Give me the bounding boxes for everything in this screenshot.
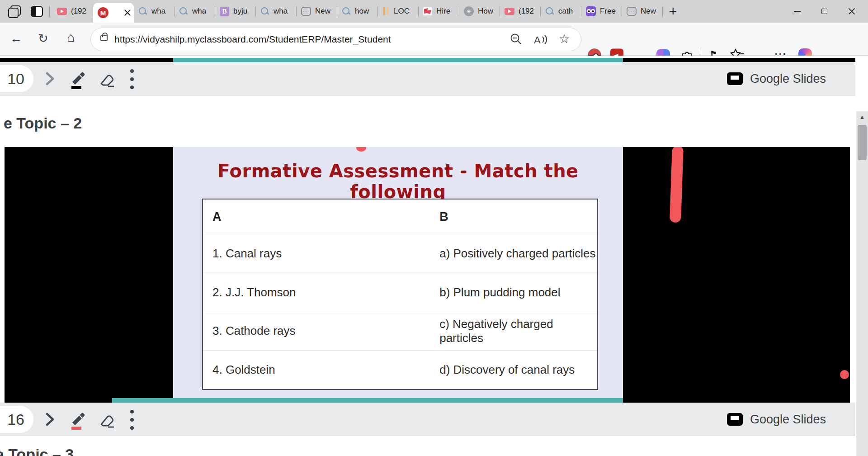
close-window-icon[interactable]: [848, 8, 855, 15]
scrollbar-thumb[interactable]: [858, 125, 867, 160]
new-tab-page-icon: [627, 7, 637, 16]
tab-label: Free: [600, 7, 619, 16]
owl-icon: [586, 6, 596, 16]
close-tab-icon[interactable]: [124, 9, 131, 16]
chatgpt-icon: [464, 6, 474, 16]
tab-label: (192: [71, 7, 90, 16]
vertical-scrollbar[interactable]: ▲ ▼: [856, 111, 868, 456]
more-options-icon[interactable]: [130, 410, 134, 430]
next-slide-icon[interactable]: [43, 411, 56, 428]
section-heading-bottom: a Topic – 3: [0, 446, 74, 456]
tab-strip: (192 wha wha byju wha New how LOC Hire H…: [52, 0, 663, 23]
slide-number: 16: [7, 411, 24, 428]
tab-actions-icon[interactable]: [31, 6, 43, 17]
youtube-icon: [505, 8, 514, 15]
byjus-icon: [220, 7, 229, 16]
cell-a1: 1. Canal rays: [203, 234, 439, 273]
address-bar: ← ↻ ⌂ https://vidyashilp.myclassboard.co…: [0, 23, 868, 56]
slide-bottom-teal-strip: [112, 398, 623, 403]
pen-tool-icon[interactable]: [67, 69, 88, 90]
tab-label: (192: [519, 7, 538, 16]
tab-freecodecamp[interactable]: Free: [581, 0, 622, 23]
svg-text:A: A: [534, 34, 541, 46]
google-slides-logo-icon: [727, 413, 743, 426]
home-icon[interactable]: ⌂: [67, 31, 75, 43]
cell-b1: a) Positively charged particles: [439, 234, 597, 273]
column-header-a: A: [203, 200, 439, 234]
slide-title: Formative Assessment - Match the followi…: [173, 161, 623, 202]
tab-hire[interactable]: Hire: [419, 0, 459, 23]
tab-search[interactable]: cath: [541, 0, 581, 23]
google-slides-logo-icon: [727, 72, 743, 85]
orange-bars-icon: [382, 7, 390, 15]
google-slides-brand[interactable]: Google Slides: [727, 62, 826, 95]
google-slides-label: Google Slides: [750, 72, 826, 86]
tab-search[interactable]: wha: [175, 0, 215, 23]
cell-a3: 3. Cathode rays: [203, 312, 439, 351]
table-row: 3. Cathode rays c) Negatively charged pa…: [203, 312, 597, 351]
tab-search[interactable]: wha: [256, 0, 297, 23]
section-heading-top: e Topic – 2: [4, 114, 82, 132]
slide-number-badge: 10: [0, 65, 33, 92]
tab-label: wha: [192, 7, 212, 16]
tab-byjus[interactable]: byju: [215, 0, 256, 23]
tab-search[interactable]: wha: [134, 0, 175, 23]
cell-b3: c) Negatively charged particles: [439, 312, 597, 351]
divider: [49, 6, 50, 17]
next-slide-icon[interactable]: [43, 71, 56, 87]
page-content: 10 Google Slides e Topic – 2 Formative A…: [0, 56, 868, 456]
workspaces-icon[interactable]: [7, 5, 21, 18]
zoom-out-icon[interactable]: [509, 33, 523, 46]
red-marker-dot: [840, 370, 849, 379]
slide-letterbox: Formative Assessment - Match the followi…: [5, 147, 850, 403]
url-text[interactable]: https://vidyashilp.myclassboard.com/Stud…: [114, 34, 391, 45]
tab-new-tab[interactable]: New: [297, 0, 337, 23]
scroll-up-icon[interactable]: ▲: [859, 114, 865, 120]
tab-search[interactable]: how: [337, 0, 378, 23]
google-slides-label: Google Slides: [750, 413, 826, 427]
red-marker-stroke: [670, 147, 684, 223]
cell-b2: b) Plum pudding model: [439, 273, 597, 312]
tab-chatgpt[interactable]: How: [459, 0, 500, 23]
favorite-star-icon[interactable]: ☆: [559, 32, 570, 46]
back-icon[interactable]: ←: [10, 33, 22, 45]
read-aloud-icon[interactable]: A: [533, 33, 548, 46]
window-controls: [794, 0, 868, 23]
refresh-icon[interactable]: ↻: [38, 33, 48, 45]
eraser-tool-icon[interactable]: [96, 69, 117, 90]
tab-loc[interactable]: LOC: [378, 0, 419, 23]
tab-label: how: [355, 7, 375, 16]
more-options-icon[interactable]: [130, 69, 134, 89]
pen-tool-icon[interactable]: [67, 409, 88, 430]
cell-b4: d) Discovery of canal rays: [439, 351, 597, 389]
search-icon: [179, 7, 188, 16]
tab-label: How: [478, 7, 497, 16]
slide-number-badge: 16: [0, 406, 33, 433]
url-omnibox[interactable]: https://vidyashilp.myclassboard.com/Stud…: [90, 28, 581, 51]
match-table: A B 1. Canal rays a) Positively charged …: [202, 199, 598, 390]
tab-label: cath: [558, 7, 579, 16]
tab-new-tab[interactable]: New: [622, 0, 663, 23]
tab-label: New: [641, 7, 660, 16]
slides-player-toolbar-top: 10 Google Slides: [0, 62, 855, 95]
google-slides-brand[interactable]: Google Slides: [727, 403, 826, 436]
tab-youtube[interactable]: (192: [52, 0, 93, 23]
cell-a2: 2. J.J. Thomson: [203, 273, 439, 312]
minimize-icon[interactable]: [794, 11, 801, 12]
tab-youtube[interactable]: (192: [500, 0, 541, 23]
youtube-icon: [57, 8, 67, 15]
tab-active-myclassboard[interactable]: [93, 3, 134, 23]
table-row: 4. Goldstein d) Discovery of canal rays: [203, 350, 597, 389]
slide-canvas[interactable]: Formative Assessment - Match the followi…: [173, 147, 623, 403]
hire-icon: [423, 7, 432, 15]
eraser-tool-icon[interactable]: [96, 409, 117, 430]
lock-icon: [100, 35, 108, 41]
tab-label: byju: [233, 7, 253, 16]
search-icon: [138, 7, 147, 16]
tab-label: New: [315, 7, 335, 16]
tab-label: Hire: [436, 7, 457, 16]
maximize-icon[interactable]: [821, 9, 827, 14]
slides-player-toolbar-bottom: 16 Google Slides: [0, 403, 855, 436]
slide-bottom-teal-strip: [173, 58, 623, 62]
new-tab-button[interactable]: +: [669, 5, 677, 18]
